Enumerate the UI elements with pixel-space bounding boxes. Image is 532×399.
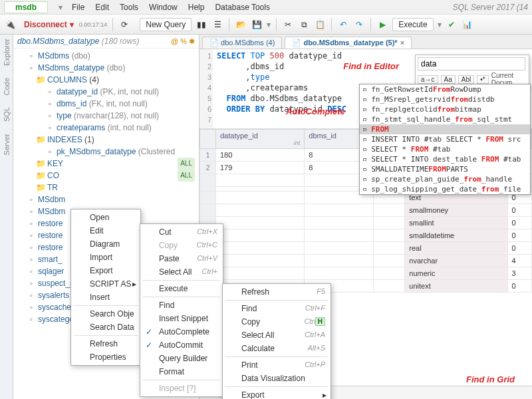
menu-item[interactable]: AutoCommit — [140, 338, 223, 352]
undo-icon[interactable]: ↶ — [337, 19, 349, 31]
tree-node[interactable]: ▫MSdbm — [17, 194, 198, 205]
rail-code[interactable]: Code — [3, 78, 11, 95]
autocomplete-item[interactable]: ▫ fn_MSrepl_getsrvidfromdistdb — [360, 94, 530, 104]
explain-icon[interactable]: 📊 — [462, 19, 473, 31]
menu-item[interactable]: CalculateAlt+S — [223, 342, 331, 355]
rail-server[interactable]: Server — [3, 134, 11, 155]
menu-item[interactable]: Properties — [71, 350, 140, 364]
autocomplete-item[interactable]: ▫ SELECT * INTO dest_table FROM #tab — [360, 154, 530, 164]
menu-database-tools[interactable]: Database Tools — [215, 3, 270, 12]
menu-item[interactable]: Query Builder — [140, 352, 223, 365]
autocomplete-item[interactable]: ▫ FROM — [360, 124, 530, 134]
menu-item[interactable]: Insert Snippet — [140, 312, 223, 325]
menu-item[interactable]: SCRIPT AS▸ — [71, 277, 140, 291]
tree-node[interactable]: ▫MSdbms_datatype (dbo) — [17, 62, 198, 74]
check-icon[interactable]: ✔ — [446, 19, 458, 31]
menu-item[interactable]: PrintCtrl+P — [223, 358, 331, 372]
layout-icon-2[interactable]: ☰ — [211, 19, 223, 31]
annotation-findgrid: Find in Grid — [466, 374, 515, 384]
editor-context-menu[interactable]: CutCtrl+XCopyCtrl+CPasteCtrl+VSelect All… — [140, 223, 223, 397]
refresh-icon[interactable]: ⟳ — [118, 19, 130, 31]
menu-item[interactable]: FindCtrl+F — [223, 302, 331, 315]
find-opt-regex[interactable]: •* — [477, 75, 488, 84]
tree-context-menu[interactable]: OpenEditDiagramImportExportSCRIPT AS▸Ins… — [70, 209, 141, 366]
database-selector[interactable]: msdb — [4, 1, 48, 13]
find-opt-case[interactable]: Aa — [441, 75, 456, 84]
autocomplete-item[interactable]: ▫ SMALLDATETIMEFROMPARTS — [360, 164, 530, 174]
autocomplete-popup[interactable]: ▫ fn_GetRowsetIdFromRowDump▫ fn_MSrepl_g… — [359, 84, 531, 195]
copy-icon[interactable]: ⧉ — [298, 19, 310, 31]
tree-node[interactable]: 📁COALL — [17, 170, 198, 182]
editor-tab[interactable]: 📄 dbo.MSdbms (4) — [202, 37, 282, 49]
menu-item[interactable]: Export▸ — [223, 388, 331, 399]
autocomplete-item[interactable]: ▫ sp_log_shipping_get_date_from_file — [360, 184, 530, 194]
menu-item[interactable]: Select AllCtrl+ — [140, 265, 223, 279]
menu-item[interactable]: Diagram — [71, 237, 140, 251]
menu-item[interactable]: CutCtrl+X — [140, 225, 223, 239]
menu-item[interactable]: PasteCtrl+V — [140, 252, 223, 265]
cut-icon[interactable]: ✂ — [282, 19, 294, 31]
tree-node[interactable]: 📁INDEXES (1) — [17, 134, 198, 146]
tree-node[interactable]: ▫pk_MSdbms_datatype (Clustered — [17, 146, 198, 158]
autocomplete-item[interactable]: ▫ fn_stmt_sql_handle_from_sql_stmt — [360, 114, 530, 124]
play-icon[interactable]: ▶ — [376, 19, 388, 31]
menu-item[interactable]: Execute — [140, 282, 223, 295]
execute-button[interactable]: Execute — [392, 18, 433, 31]
autocomplete-item[interactable]: ▫ fn_replgetcolidfrombitmap — [360, 104, 530, 114]
menu-item[interactable]: Select AllCtrl+A — [223, 329, 331, 342]
connection-icon[interactable]: 🔌 — [4, 19, 16, 31]
menu-item[interactable]: Data Visualization — [223, 372, 331, 385]
disconnect-button[interactable]: Disconnect▾ — [20, 19, 78, 31]
redo-icon[interactable]: ↷ — [353, 19, 365, 31]
menu-help[interactable]: Help — [188, 3, 205, 12]
open-icon[interactable]: 📂 — [235, 19, 247, 31]
tree-node[interactable]: 📁TR — [17, 182, 198, 194]
toolbar: 🔌 Disconnect▾ 0.00:17:14 ⟳ New Query ▮▮ … — [0, 15, 532, 35]
menu-item: Inspect [?] — [140, 382, 223, 395]
menu-item[interactable]: Edit — [71, 224, 140, 237]
rail-sql[interactable]: SQL — [3, 107, 11, 122]
dropdown-icon[interactable]: ▾ — [59, 3, 63, 12]
layout-icon-1[interactable]: ▮▮ — [196, 19, 207, 31]
autocomplete-item[interactable]: ▫ SELECT * FROM #tab — [360, 144, 530, 154]
menu-item[interactable]: Search Obje — [71, 307, 140, 321]
grid-context-menu[interactable]: RefreshF5FindCtrl+FCopyCtrl+CHSelect All… — [222, 283, 331, 399]
tree-node[interactable]: ▫MSdbms (dbo) — [17, 50, 198, 62]
menu-item[interactable]: Refresh — [71, 337, 140, 350]
menu-item[interactable]: Open — [71, 211, 140, 224]
new-query-button[interactable]: New Query — [140, 18, 192, 31]
menu-item[interactable]: CopyCtrl+CH — [223, 315, 331, 329]
menu-file[interactable]: File — [72, 3, 84, 12]
tree-node[interactable]: ▫createparams (int, not null) — [17, 122, 198, 134]
tree-node[interactable]: ▫dbms_id (FK, int, not null) — [17, 98, 198, 110]
rail-explorer[interactable]: Explorer — [3, 39, 11, 66]
editor-tab[interactable]: 📄 dbo.MSdbms_datatype (5)*× — [285, 37, 412, 49]
paste-icon[interactable]: 📋 — [314, 19, 326, 31]
menu-item[interactable]: RefreshF5 — [223, 285, 331, 299]
find-opt-word[interactable]: Abl — [458, 75, 474, 84]
menu-item[interactable]: Find — [140, 299, 223, 312]
menu-edit[interactable]: Edit — [95, 3, 109, 12]
menu-item[interactable]: Format — [140, 365, 223, 378]
tree-node[interactable]: 📁COLUMNS (4) — [17, 74, 198, 86]
menu-tools[interactable]: Tools — [120, 3, 138, 12]
autocomplete-item[interactable]: ▫ sp_create_plan_guide_from_handle — [360, 174, 530, 184]
menu-window[interactable]: Window — [149, 3, 178, 12]
find-opt-replace[interactable]: a→c — [418, 75, 438, 84]
execute-dropdown[interactable]: ▾ — [438, 20, 442, 29]
menu-item[interactable]: Export — [71, 264, 140, 277]
save-dropdown[interactable]: ▾ — [267, 20, 271, 29]
menu-item[interactable]: AutoComplete — [140, 325, 223, 338]
save-icon[interactable]: 💾 — [251, 19, 263, 31]
autocomplete-item[interactable]: ▫ fn_GetRowsetIdFromRowDump — [360, 84, 530, 94]
code-editor[interactable]: SELECT TOP 500 datatype_id ,dbms_id ,typ… — [213, 49, 350, 128]
tree-node[interactable]: ▫type (nvarchar(128), not null) — [17, 110, 198, 122]
menu-item[interactable]: Search Data — [71, 321, 140, 334]
menu-item[interactable]: Import — [71, 251, 140, 264]
annotation-find: Find in Editor — [343, 61, 399, 71]
autocomplete-item[interactable]: ▫ INSERT INTO #tab SELECT * FROM src — [360, 134, 530, 144]
tree-node[interactable]: ▫datatype_id (PK, int, not null) — [17, 86, 198, 98]
tree-node[interactable]: 📁KEYALL — [17, 158, 198, 170]
find-input[interactable] — [418, 57, 525, 70]
menu-item[interactable]: Insert — [71, 291, 140, 304]
